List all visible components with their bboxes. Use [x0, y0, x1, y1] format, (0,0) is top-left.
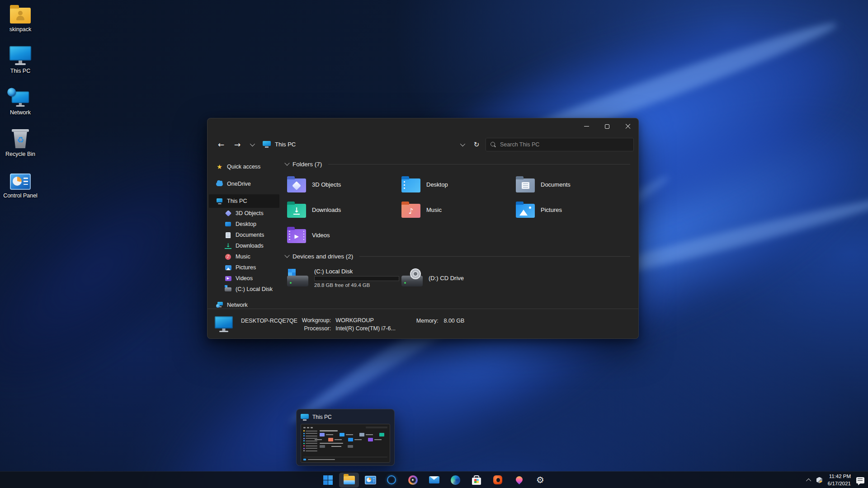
folder-tile-pictures[interactable]: Pictures	[514, 197, 628, 222]
sidebar-item-label: Music	[236, 253, 250, 260]
sidebar-item-3d-objects[interactable]: 3D Objects	[209, 208, 279, 219]
capacity-text: 28.8 GB free of 49.4 GB	[314, 282, 399, 288]
drive-tile-d[interactable]: (D:) CD Drive	[400, 264, 514, 292]
computer-name: DESKTOP-RCQE7QE	[241, 318, 297, 324]
folder-tile-3d-objects[interactable]: 3D Objects	[285, 172, 400, 197]
address-location-text: This PC	[275, 141, 296, 148]
folder-tile-music[interactable]: ♪Music	[400, 197, 514, 222]
desktop-icon-label: Network	[10, 109, 31, 116]
sidebar-item-label: (C:) Local Disk	[236, 286, 273, 292]
sidebar-item-downloads[interactable]: Downloads	[209, 240, 279, 251]
file-explorer-icon	[344, 476, 355, 484]
processor-label: Processor:	[302, 325, 331, 332]
cortana-ring-icon	[387, 475, 396, 484]
forward-button[interactable]	[230, 138, 245, 151]
sidebar-item-pictures[interactable]: Pictures	[209, 262, 279, 273]
video-icon	[225, 276, 231, 281]
folder-tile-downloads[interactable]: ↓Downloads	[285, 197, 400, 222]
windows-start-icon	[323, 475, 333, 485]
tray-app-icon[interactable]	[816, 477, 822, 483]
sidebar-item-onedrive[interactable]: OneDrive	[209, 177, 279, 191]
desktop-icon-skinpack[interactable]: skinpack	[3, 4, 38, 33]
sidebar-item-documents[interactable]: Documents	[209, 230, 279, 240]
address-dropdown-button[interactable]	[457, 138, 467, 151]
folders-grid: 3D Objects Desktop Documents ↓Downloads …	[285, 172, 630, 248]
capacity-bar	[314, 276, 399, 281]
documents-folder-icon	[516, 178, 535, 192]
downloads-folder-icon: ↓	[287, 204, 306, 218]
sidebar-item-label: Videos	[236, 275, 253, 282]
taskbar-groove-music-button[interactable]	[403, 473, 423, 488]
folder-tile-desktop[interactable]: Desktop	[400, 172, 514, 197]
taskbar-clock[interactable]: 11:42 PM 6/17/2021	[828, 473, 851, 487]
taskbar-cortana-button[interactable]	[382, 473, 401, 488]
window-thumbnail[interactable]	[301, 424, 390, 463]
sidebar-item-this-pc[interactable]: This PC	[209, 194, 279, 208]
computer-monitor-icon	[215, 316, 233, 333]
sidebar-item-quick-access[interactable]: Quick access	[209, 160, 279, 174]
sidebar-item-label: 3D Objects	[236, 210, 264, 216]
sidebar-item-network[interactable]: Network	[209, 298, 279, 309]
thumbnail-sidebar	[303, 430, 317, 455]
sidebar-item-music[interactable]: Music	[209, 251, 279, 262]
back-button[interactable]	[214, 138, 228, 151]
taskbar-settings-button[interactable]: ⚙	[530, 473, 550, 488]
folders-section-header[interactable]: Folders (7)	[285, 159, 630, 169]
desktop-icon-network[interactable]: Network	[3, 87, 38, 116]
folder-tile-videos[interactable]: ▶Videos	[285, 222, 400, 248]
workgroup-value: WORKGROUP	[335, 317, 396, 324]
minimize-button[interactable]	[576, 118, 597, 134]
search-box[interactable]	[486, 138, 634, 151]
taskbar-edge-button[interactable]	[445, 473, 465, 488]
taskbar-office-button[interactable]	[488, 473, 508, 488]
drive-tile-c[interactable]: (C:) Local Disk 28.8 GB free of 49.4 GB	[285, 264, 400, 292]
maximize-button[interactable]	[597, 118, 618, 134]
search-input[interactable]	[500, 141, 629, 148]
section-title: Devices and drives (2)	[292, 253, 353, 260]
close-button[interactable]	[618, 118, 638, 134]
chevron-down-icon	[460, 141, 465, 146]
this-pc-icon	[301, 414, 309, 421]
taskbar-center-icons: ⚙	[318, 472, 550, 488]
maximize-icon	[605, 124, 609, 129]
tray-date: 6/17/2021	[828, 480, 851, 488]
taskbar-store-button[interactable]	[467, 473, 486, 488]
sidebar-item-label: Pictures	[236, 264, 256, 271]
taskbar-mail-button[interactable]	[424, 473, 444, 488]
desktop-icon-this-pc[interactable]: This PC	[3, 45, 38, 74]
download-arrow-icon	[225, 243, 231, 249]
music-folder-icon: ♪	[401, 204, 420, 218]
thumbnail-toolbar	[303, 426, 387, 429]
folder-tile-documents[interactable]: Documents	[514, 172, 628, 197]
c-drive-icon	[287, 268, 308, 287]
sidebar-item-desktop[interactable]: Desktop	[209, 219, 279, 230]
edge-browser-icon	[451, 475, 460, 485]
devices-section-header[interactable]: Devices and drives (2)	[285, 251, 630, 261]
desktop-icon-recycle-bin[interactable]: ♻ Recycle Bin	[3, 128, 38, 157]
hidden-icons-chevron[interactable]	[806, 478, 811, 483]
desktop-icon-label: Control Panel	[3, 192, 38, 199]
sidebar-item-c-drive[interactable]: (C:) Local Disk	[209, 284, 279, 295]
tray-time: 11:42 PM	[828, 473, 851, 480]
sidebar-item-label: Quick access	[227, 164, 260, 170]
taskbar-file-explorer-button[interactable]	[339, 473, 359, 488]
titlebar[interactable]	[208, 118, 638, 134]
folder-label: Pictures	[541, 206, 562, 213]
notification-center-icon[interactable]	[856, 477, 864, 483]
address-bar[interactable]: This PC	[259, 138, 299, 151]
taskbar-preview-flyout[interactable]: This PC	[296, 409, 395, 466]
taskbar-control-panel-button[interactable]	[360, 473, 380, 488]
recent-locations-dropdown[interactable]	[246, 138, 257, 151]
section-divider	[328, 164, 630, 164]
chevron-down-icon	[250, 141, 255, 146]
network-monitor-icon	[12, 91, 29, 107]
start-button[interactable]	[318, 473, 338, 488]
folder-label: Desktop	[426, 181, 448, 188]
memory-value: 8.00 GB	[443, 318, 464, 324]
desktop-icon-control-panel[interactable]: Control Panel	[3, 170, 38, 199]
pictures-folder-icon	[516, 204, 535, 218]
refresh-button[interactable]	[469, 138, 484, 151]
taskbar-paint3d-button[interactable]	[509, 473, 529, 488]
skinpack-folder-icon	[10, 8, 31, 23]
sidebar-item-videos[interactable]: Videos	[209, 273, 279, 284]
